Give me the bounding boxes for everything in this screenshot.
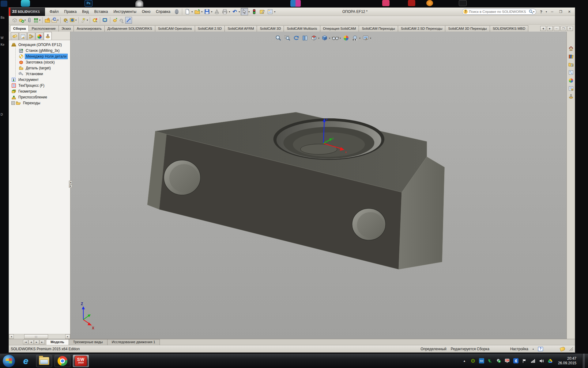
resources-home-icon[interactable] xyxy=(567,45,574,52)
first-sheet-icon[interactable]: |◀ xyxy=(23,340,28,344)
dropdown-arrow-icon[interactable]: ▾ xyxy=(191,10,193,13)
help-icon[interactable]: ? xyxy=(537,9,545,15)
print-icon[interactable] xyxy=(221,8,228,15)
dropdown-arrow-icon[interactable]: ▾ xyxy=(57,19,58,21)
doc-close-button[interactable]: ✕ xyxy=(567,26,573,31)
menu-view[interactable]: Вид xyxy=(79,8,92,15)
quick-tips-icon[interactable]: ? xyxy=(538,347,543,351)
next-sheet-icon[interactable]: ▶ xyxy=(34,340,39,344)
sync-check-icon[interactable] xyxy=(488,358,493,363)
show-desktop-button[interactable] xyxy=(582,354,585,368)
minimize-button[interactable]: ─ xyxy=(548,9,556,15)
3d-model[interactable]: z y x Z X xyxy=(70,32,567,339)
dropdown-arrow-icon[interactable]: ▾ xyxy=(370,37,371,40)
network-signal-icon[interactable] xyxy=(530,358,536,363)
dropdown-arrow-icon[interactable]: ▾ xyxy=(229,10,230,13)
sc-monitor-icon[interactable]: SC xyxy=(505,358,510,363)
menu-file[interactable]: Файл xyxy=(47,8,62,15)
edit-component-icon[interactable] xyxy=(11,17,18,24)
tab-evaluate[interactable]: Анализировать xyxy=(74,25,104,32)
configuration-manager-icon[interactable] xyxy=(27,33,35,40)
shield-check-icon[interactable] xyxy=(496,358,501,363)
taskbar-clock[interactable]: 20:47 26.09.2015 xyxy=(558,356,576,366)
nvidia-icon[interactable] xyxy=(470,358,476,363)
exploded-view-icon[interactable] xyxy=(112,17,119,24)
doc-restore-button[interactable]: ❐ xyxy=(560,26,566,31)
tree-item-target[interactable]: Деталь (target) xyxy=(9,65,70,71)
section-view-icon[interactable] xyxy=(301,34,309,42)
pin-left-icon[interactable]: ◄ xyxy=(540,26,546,31)
expand-arrow-icon[interactable]: ▴ xyxy=(533,347,534,350)
dropdown-arrow-icon[interactable]: ▾ xyxy=(239,10,240,13)
dropdown-arrow-icon[interactable]: ▾ xyxy=(211,10,212,13)
restore-button[interactable]: ❐ xyxy=(557,9,564,15)
photoshop-desktop-icon[interactable]: Ps xyxy=(85,0,92,7)
transitions-checkbox[interactable] xyxy=(11,101,15,105)
instant3d-icon[interactable] xyxy=(125,17,132,24)
tree-item-tool[interactable]: Инструмент xyxy=(9,77,70,82)
view-palette-icon[interactable] xyxy=(567,69,574,76)
panel-splitter[interactable]: ◄ ► xyxy=(69,181,72,188)
solidcam-manager-icon[interactable] xyxy=(44,32,52,40)
expand-panel-icon[interactable]: ► xyxy=(69,184,72,188)
pin-right-icon[interactable]: ► xyxy=(547,26,553,31)
mate-icon[interactable] xyxy=(26,17,33,24)
solidworks-taskbar-button[interactable]: SW 2015 xyxy=(73,355,89,367)
tab-solidcam-multiaxis[interactable]: SolidCAM Multiaxis xyxy=(284,25,320,32)
desktop-icon[interactable] xyxy=(135,0,143,7)
view-settings-icon[interactable] xyxy=(362,34,370,42)
dropdown-arrow-icon[interactable]: ▾ xyxy=(329,37,330,40)
appearances-icon[interactable] xyxy=(567,77,574,84)
custom-properties-icon[interactable] xyxy=(567,85,574,92)
motion-study-icon[interactable] xyxy=(92,17,98,24)
prev-sheet-icon[interactable]: ◀ xyxy=(28,340,34,344)
sketch-icon[interactable] xyxy=(80,17,87,24)
desktop-icon[interactable] xyxy=(382,0,390,6)
tab-sketch[interactable]: Эскиз xyxy=(58,25,74,32)
assembly-settings-icon[interactable] xyxy=(119,17,125,24)
options-icon[interactable] xyxy=(266,8,274,15)
tab-assembly[interactable]: Сборка xyxy=(10,25,29,32)
tab-solidcam-operation[interactable]: Операция SolidCAM xyxy=(320,25,359,32)
dropdown-arrow-icon[interactable]: ▾ xyxy=(274,10,275,13)
scroll-left-icon[interactable]: ◄ xyxy=(9,334,14,339)
tree-item-transitions[interactable]: Переходы xyxy=(9,100,70,106)
dropdown-arrow-icon[interactable]: ▾ xyxy=(533,10,534,13)
scroll-thumb[interactable]: ||| xyxy=(24,334,48,339)
previous-view-icon[interactable] xyxy=(292,34,300,42)
dropdown-arrow-icon[interactable]: ▾ xyxy=(359,37,360,40)
menu-edit[interactable]: Правка xyxy=(62,8,80,15)
zoom-area-icon[interactable] xyxy=(283,34,291,42)
scroll-right-icon[interactable]: ► xyxy=(65,334,70,339)
tree-horizontal-scrollbar[interactable]: ◄ ||| ► xyxy=(9,334,70,339)
tag-icon[interactable] xyxy=(560,346,566,351)
display-style-icon[interactable] xyxy=(321,34,329,42)
menu-window[interactable]: Окно xyxy=(139,8,153,15)
tab-solidcam-afrm[interactable]: SolidCAM AFRM xyxy=(224,25,257,32)
tab-addins[interactable]: Добавления SOLIDWORKS xyxy=(104,25,155,32)
menu-insert[interactable]: Вставка xyxy=(92,8,111,15)
flag-icon[interactable] xyxy=(522,358,527,363)
menu-tools[interactable]: Инструменты xyxy=(111,8,139,15)
dropdown-arrow-icon[interactable]: ▾ xyxy=(340,37,341,40)
properties-icon[interactable] xyxy=(258,8,266,15)
tab-solidcam-transitions[interactable]: SolidCAM Переходы xyxy=(359,25,398,32)
tree-item-operation[interactable]: Операция (ОПОРА EF12) xyxy=(9,42,70,48)
tray-expand-icon[interactable]: ▲ xyxy=(462,358,467,363)
resize-grip[interactable] xyxy=(569,347,573,351)
tab-layout[interactable]: Расположение xyxy=(28,25,58,32)
bill-of-materials-icon[interactable] xyxy=(102,17,108,24)
save-icon[interactable] xyxy=(203,8,211,15)
doc-minimize-button[interactable]: ─ xyxy=(554,26,560,31)
move-component-icon[interactable] xyxy=(51,17,58,24)
hide-show-items-icon[interactable] xyxy=(331,34,339,42)
dropdown-arrow-icon[interactable]: ▾ xyxy=(201,10,202,13)
tab-solidcam-25d-transitions[interactable]: SolidCAM 2.5D Переходы xyxy=(398,25,446,32)
apply-scene-icon[interactable] xyxy=(351,34,359,42)
dropdown-arrow-icon[interactable]: ▾ xyxy=(546,10,547,13)
dropdown-arrow-icon[interactable]: ▾ xyxy=(24,19,26,21)
file-explorer-button[interactable] xyxy=(36,355,52,367)
view-orientation-icon[interactable] xyxy=(310,34,318,42)
tab-solidcam-operations[interactable]: SolidCAM Operations xyxy=(155,25,195,32)
file-explorer-icon[interactable] xyxy=(567,61,574,68)
